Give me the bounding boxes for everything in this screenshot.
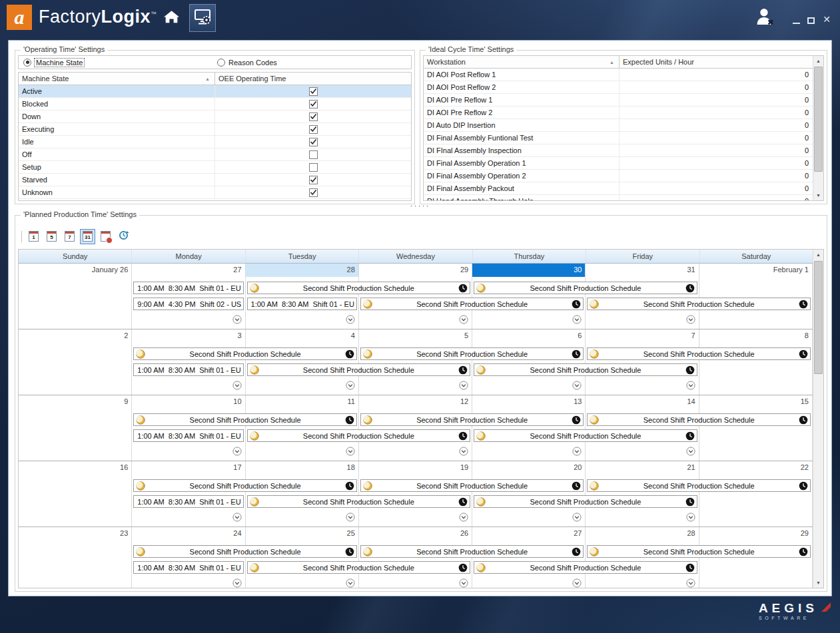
day-cell[interactable]: 31 bbox=[586, 264, 699, 329]
oee-operating-time-checkbox[interactable] bbox=[309, 112, 318, 121]
oee-operating-time-checkbox[interactable] bbox=[309, 87, 318, 96]
workstation-row[interactable]: DI Hand Assembly Through Hole0 bbox=[424, 195, 823, 201]
expected-units-value[interactable]: 0 bbox=[620, 94, 823, 106]
machine-state-row[interactable]: Unknown bbox=[19, 186, 411, 199]
oee-operating-time-checkbox[interactable] bbox=[309, 163, 318, 172]
more-events-arrow[interactable] bbox=[459, 513, 468, 522]
schedule-event[interactable]: 1:00 AM 8:30 AM Shift 01 - EU bbox=[247, 298, 357, 310]
more-events-arrow[interactable] bbox=[686, 381, 695, 390]
schedule-event[interactable]: Second Shift Production Schedule bbox=[360, 545, 584, 558]
workstation-row[interactable]: DI FInal Assembly Inspection0 bbox=[424, 144, 823, 157]
schedule-event[interactable]: Second Shift Production Schedule bbox=[247, 429, 471, 442]
workstation-row[interactable]: DI AOI Post Reflow 20 bbox=[424, 81, 823, 94]
oee-operating-time-checkbox[interactable] bbox=[309, 150, 318, 159]
day-cell[interactable]: 6 bbox=[472, 329, 586, 395]
oee-operating-time-checkbox[interactable] bbox=[309, 188, 318, 197]
day-cell[interactable]: 21 bbox=[586, 461, 699, 527]
schedule-event[interactable]: Second Shift Production Schedule bbox=[133, 347, 357, 360]
expected-units-value[interactable]: 0 bbox=[620, 182, 823, 194]
day-cell[interactable]: 4 bbox=[246, 329, 359, 395]
scroll-up-arrow[interactable]: ▲ bbox=[813, 250, 823, 260]
workstation-row[interactable]: DI Auto DIP Insertion0 bbox=[424, 119, 823, 132]
reason-codes-radio[interactable]: Reason Codes bbox=[217, 59, 277, 67]
machine-state-row[interactable]: Off bbox=[19, 148, 411, 161]
expected-units-column-header[interactable]: Expected Units / Hour bbox=[620, 56, 823, 68]
schedule-event[interactable]: 9:00 AM 4:30 PM Shift 02 - US bbox=[133, 298, 243, 310]
schedule-event[interactable]: Second Shift Production Schedule bbox=[247, 495, 471, 508]
oee-operating-time-checkbox[interactable] bbox=[309, 100, 318, 108]
expected-units-value[interactable]: 0 bbox=[620, 195, 823, 201]
more-events-arrow[interactable] bbox=[232, 315, 242, 324]
machine-state-radio[interactable]: Machine State bbox=[19, 59, 84, 67]
expected-units-value[interactable]: 0 bbox=[620, 81, 823, 93]
workstation-row[interactable]: DI Final Assembly Operation 10 bbox=[424, 157, 823, 170]
day-view-button[interactable]: 1 bbox=[26, 229, 41, 244]
day-cell[interactable]: 19 bbox=[359, 461, 472, 527]
schedule-event[interactable]: Second Shift Production Schedule bbox=[360, 298, 584, 310]
schedule-event[interactable]: Second Shift Production Schedule bbox=[587, 298, 811, 310]
more-events-arrow[interactable] bbox=[686, 578, 695, 588]
expected-units-value[interactable]: 0 bbox=[620, 170, 823, 182]
machine-configuration-button[interactable] bbox=[189, 4, 216, 32]
more-events-arrow[interactable] bbox=[346, 513, 355, 522]
day-cell[interactable]: 3 bbox=[132, 329, 245, 395]
workstation-row[interactable]: DI AOI Pre Reflow 20 bbox=[424, 106, 823, 119]
day-cell[interactable]: 16 bbox=[19, 461, 132, 527]
workstation-row[interactable]: DI Final Assembly Packout0 bbox=[424, 182, 823, 195]
more-events-arrow[interactable] bbox=[232, 513, 242, 522]
schedule-event[interactable]: Second Shift Production Schedule bbox=[474, 429, 697, 442]
more-events-arrow[interactable] bbox=[572, 447, 582, 456]
minimize-button[interactable] bbox=[793, 23, 800, 24]
recurrence-view-button[interactable] bbox=[116, 229, 131, 244]
day-cell[interactable]: February 1 bbox=[699, 264, 813, 329]
work-week-view-button[interactable]: 5 bbox=[44, 229, 59, 244]
expected-units-value[interactable]: 0 bbox=[620, 132, 823, 144]
more-events-arrow[interactable] bbox=[459, 381, 468, 390]
more-events-arrow[interactable] bbox=[346, 578, 355, 588]
schedule-event[interactable]: Second Shift Production Schedule bbox=[133, 545, 357, 558]
more-events-arrow[interactable] bbox=[459, 578, 468, 588]
schedule-event[interactable]: Second Shift Production Schedule bbox=[587, 413, 811, 426]
more-events-arrow[interactable] bbox=[572, 381, 582, 390]
month-view-button[interactable]: 31 bbox=[80, 229, 95, 244]
more-events-arrow[interactable] bbox=[459, 315, 468, 324]
workstation-row[interactable]: DI AOI Post Reflow 10 bbox=[424, 69, 823, 81]
week-view-button[interactable]: 7 bbox=[62, 229, 77, 244]
day-cell[interactable]: 10 bbox=[132, 395, 245, 461]
oee-operating-time-checkbox[interactable] bbox=[309, 125, 318, 134]
schedule-event[interactable]: Second Shift Production Schedule bbox=[247, 561, 471, 574]
schedule-event[interactable]: Second Shift Production Schedule bbox=[474, 282, 697, 294]
home-button[interactable] bbox=[160, 7, 183, 29]
timeline-view-button[interactable] bbox=[98, 229, 113, 244]
expected-units-value[interactable]: 0 bbox=[620, 144, 823, 156]
day-cell[interactable]: 20 bbox=[472, 461, 586, 527]
oee-operating-time-column-header[interactable]: OEE Operating Time bbox=[215, 73, 411, 85]
scroll-up-arrow[interactable]: ▲ bbox=[813, 56, 823, 66]
schedule-event[interactable]: Second Shift Production Schedule bbox=[474, 561, 697, 574]
schedule-event[interactable]: 1:00 AM 8:30 AM Shift 01 - EU bbox=[133, 282, 243, 294]
schedule-event[interactable]: Second Shift Production Schedule bbox=[360, 413, 584, 426]
schedule-event[interactable]: Second Shift Production Schedule bbox=[247, 363, 471, 376]
schedule-event[interactable]: Second Shift Production Schedule bbox=[133, 413, 357, 426]
more-events-arrow[interactable] bbox=[346, 381, 355, 390]
machine-state-row[interactable]: Down bbox=[19, 110, 411, 123]
schedule-event[interactable]: 1:00 AM 8:30 AM Shift 01 - EU bbox=[133, 363, 243, 376]
schedule-event[interactable]: Second Shift Production Schedule bbox=[587, 479, 811, 492]
schedule-event[interactable]: Second Shift Production Schedule bbox=[247, 282, 471, 294]
scrollbar-thumb[interactable] bbox=[814, 67, 823, 172]
day-cell[interactable]: 11 bbox=[246, 395, 359, 461]
machine-state-row[interactable]: Blocked bbox=[19, 98, 411, 110]
day-cell[interactable]: 2 bbox=[19, 329, 132, 395]
day-cell[interactable]: 12 bbox=[359, 395, 472, 461]
ideal-table-scrollbar[interactable]: ▲ ▼ bbox=[813, 56, 823, 200]
day-cell[interactable]: 18 bbox=[246, 461, 359, 527]
schedule-event[interactable]: Second Shift Production Schedule bbox=[587, 347, 811, 360]
more-events-arrow[interactable] bbox=[346, 315, 355, 324]
more-events-arrow[interactable] bbox=[572, 513, 582, 522]
machine-state-row[interactable]: Active bbox=[19, 85, 411, 98]
more-events-arrow[interactable] bbox=[346, 447, 355, 456]
more-events-arrow[interactable] bbox=[686, 513, 695, 522]
machine-state-row[interactable]: Setup bbox=[19, 161, 411, 174]
day-cell[interactable]: 13 bbox=[472, 395, 586, 461]
machine-state-row[interactable]: Executing bbox=[19, 123, 411, 136]
